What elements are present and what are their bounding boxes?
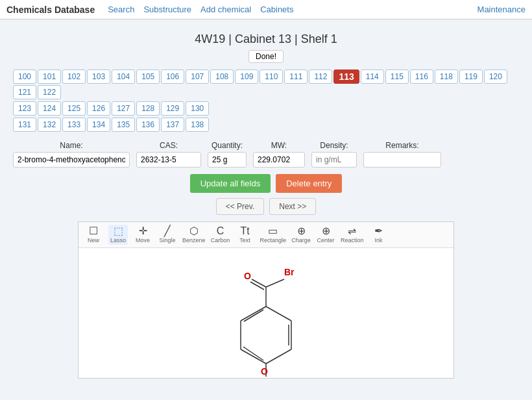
bromine-label: Br [284,267,295,277]
shelf-btn-137[interactable]: 137 [161,118,184,132]
shelf-btn-114[interactable]: 114 [361,69,384,84]
methoxy-o-label: O [261,366,268,377]
shelf-btn-104[interactable]: 104 [112,69,135,84]
shelf-btn-130[interactable]: 130 [186,101,209,116]
tool-lasso[interactable]: ⬚Lasso [108,225,128,245]
nav-maintenance[interactable]: Maintenance [478,5,526,14]
density-label: Density: [311,141,357,150]
cas-label: CAS: [136,141,201,150]
nav-add-chemical[interactable]: Add chemical [200,5,251,14]
shelf-btn-118[interactable]: 118 [435,69,458,84]
shelf-btn-123[interactable]: 123 [13,101,36,116]
shelf-grid: 1001011021031041051061071081091101111121… [13,69,519,132]
cas-input[interactable] [136,152,201,168]
shelf-btn-136[interactable]: 136 [136,118,160,132]
qty-label: Quantity: [208,141,247,150]
form-area: Name: CAS: Quantity: MW: Density: Remark… [13,141,519,168]
benzene-tool-label: Benzene [182,237,206,244]
tool-text[interactable]: TtText [236,226,255,244]
shelf-btn-106[interactable]: 106 [161,69,184,84]
shelf-btn-122[interactable]: 122 [38,85,61,99]
svg-line-10 [252,279,266,287]
remarks-input[interactable] [363,152,441,168]
shelf-btn-138[interactable]: 138 [186,118,209,132]
tool-carbon[interactable]: CCarbon [211,226,230,244]
shelf-btn-128[interactable]: 128 [136,101,160,116]
tool-new[interactable]: ☐New [84,226,103,244]
tool-center[interactable]: ⊕Center [316,226,335,244]
shelf-btn-102[interactable]: 102 [62,69,86,84]
qty-input[interactable] [208,152,247,168]
shelf-btn-108[interactable]: 108 [210,69,234,84]
name-input[interactable] [13,152,130,168]
shelf-row-2: 123124125126127128129130 [13,101,519,116]
shelf-btn-109[interactable]: 109 [235,69,258,84]
shelf-btn-127[interactable]: 127 [112,101,135,116]
svg-line-12 [266,279,284,287]
rectangle-tool-label: Rectangle [260,237,287,244]
shelf-btn-107[interactable]: 107 [186,69,209,84]
navigation-buttons: << Prev. Next >> [13,198,519,215]
charge-icon: ⊕ [297,226,306,236]
text-tool-label: Text [239,237,250,244]
ink-icon: ✒ [374,226,383,236]
svg-line-6 [244,310,263,321]
shelf-btn-125[interactable]: 125 [62,101,86,116]
shelf-btn-112[interactable]: 112 [309,69,332,84]
shelf-btn-101[interactable]: 101 [38,69,61,84]
done-button[interactable]: Done! [248,50,284,63]
next-button[interactable]: Next >> [269,198,316,215]
shelf-btn-131[interactable]: 131 [13,118,36,132]
tool-ink[interactable]: ✒Ink [369,226,389,244]
lasso-icon: ⬚ [114,226,123,236]
molecule-area: O Br O [79,248,453,378]
app-title: Chemicals Database [6,5,95,15]
shelf-btn-105[interactable]: 105 [136,69,160,84]
tool-rectangle[interactable]: ▭Rectangle [260,226,287,244]
shelf-btn-115[interactable]: 115 [385,69,409,84]
shelf-btn-132[interactable]: 132 [38,118,61,132]
density-field-group: Density: [311,141,357,168]
shelf-btn-126[interactable]: 126 [87,101,110,116]
single-icon: ╱ [164,226,171,236]
shelf-btn-135[interactable]: 135 [112,118,135,132]
tool-reaction[interactable]: ⇌Reaction [341,226,364,244]
update-button[interactable]: Update all fields [190,174,271,193]
remarks-field-group: Remarks: [363,141,441,168]
oxygen-label: O [244,271,251,281]
shelf-btn-133[interactable]: 133 [62,118,86,132]
mw-label: MW: [253,141,305,150]
move-tool-label: Move [136,237,150,244]
shelf-btn-119[interactable]: 119 [459,69,483,84]
carbon-tool-label: Carbon [211,237,230,244]
single-tool-label: Single [160,237,176,244]
shelf-btn-129[interactable]: 129 [161,101,184,116]
shelf-btn-116[interactable]: 116 [410,69,433,84]
density-input[interactable] [311,152,357,168]
shelf-btn-134[interactable]: 134 [87,118,110,132]
reaction-icon: ⇌ [348,226,356,236]
shelf-btn-121[interactable]: 121 [13,85,36,99]
shelf-btn-120[interactable]: 120 [484,69,507,84]
nav-search[interactable]: Search [108,5,134,14]
shelf-btn-124[interactable]: 124 [38,101,61,116]
nav-cabinets[interactable]: Cabinets [260,5,293,14]
tool-benzene[interactable]: ⬡Benzene [182,226,206,244]
mw-input[interactable] [253,152,305,168]
svg-line-8 [243,347,263,360]
tool-charge[interactable]: ⊕Charge [291,226,311,244]
svg-line-11 [250,282,264,290]
nav-substructure[interactable]: Substructure [143,5,191,14]
text-icon: Tt [240,226,249,236]
tool-move[interactable]: ✛Move [133,226,152,244]
shelf-btn-111[interactable]: 111 [284,69,308,84]
name-field-group: Name: [13,141,130,168]
shelf-btn-100[interactable]: 100 [13,69,36,84]
shelf-btn-103[interactable]: 103 [87,69,110,84]
navbar: Chemicals Database Search Substructure A… [0,0,532,19]
delete-button[interactable]: Delete entry [276,174,342,193]
prev-button[interactable]: << Prev. [216,198,264,215]
shelf-btn-110[interactable]: 110 [260,69,283,84]
tool-single[interactable]: ╱Single [158,226,177,244]
shelf-btn-113[interactable]: 113 [333,69,359,84]
